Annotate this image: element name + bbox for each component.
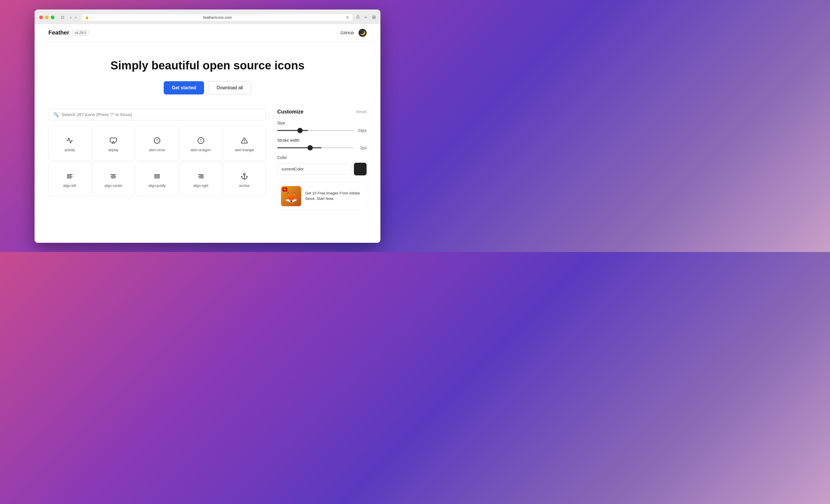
color-control: Color xyxy=(277,155,366,175)
activity-icon xyxy=(66,137,73,144)
maximize-button[interactable] xyxy=(51,15,55,19)
site-logo: Feather xyxy=(49,29,69,36)
get-started-button[interactable]: Get started xyxy=(164,81,204,95)
customize-panel: Customize Reset Size 24px Stroke width 2… xyxy=(277,109,366,243)
sidebar-toggle-icon[interactable]: ⊡ xyxy=(60,15,65,20)
adobe-thumbnail: St 🦊 xyxy=(281,186,301,206)
size-control: Size 24px xyxy=(277,121,366,133)
list-item[interactable]: align-left xyxy=(49,162,91,196)
customize-header: Customize Reset xyxy=(277,109,366,115)
search-bar: 🔍 xyxy=(49,109,266,121)
align-center-icon xyxy=(110,173,117,180)
browser-actions: ⎙ ＋ ⊞ xyxy=(356,14,376,21)
list-item[interactable]: align-right xyxy=(180,162,222,196)
header-right: GitHub 🌙 xyxy=(340,29,366,37)
icon-label: alert-circle xyxy=(149,148,165,152)
refresh-icon[interactable]: ↻ xyxy=(346,15,349,20)
list-item[interactable]: alert-circle xyxy=(136,126,179,161)
adobe-text: Get 10 Free Images From Adobe Stock. Sta… xyxy=(305,191,363,201)
adobe-ad[interactable]: St 🦊 Get 10 Free Images From Adobe Stock… xyxy=(277,182,366,210)
list-item[interactable]: align-center xyxy=(92,162,135,196)
size-slider-row: 24px xyxy=(277,128,366,133)
svg-marker-0 xyxy=(112,141,115,143)
adobe-badge: St xyxy=(282,188,287,192)
airplay-icon xyxy=(110,137,117,144)
close-button[interactable] xyxy=(39,15,43,19)
stroke-label: Stroke width xyxy=(277,138,366,142)
align-right-icon xyxy=(197,173,204,180)
forward-arrow[interactable]: › xyxy=(74,14,77,21)
address-bar[interactable]: 🔒 feathericons.com ↻ xyxy=(81,13,353,21)
icon-label: anchor xyxy=(239,184,250,188)
alert-circle-icon xyxy=(154,137,161,144)
icon-label: align-justify xyxy=(149,184,166,188)
icon-label: alert-triangle xyxy=(235,148,254,152)
icon-label: activity xyxy=(64,148,75,152)
list-item[interactable]: alert-triangle xyxy=(223,126,266,161)
grid-icon[interactable]: ⊞ xyxy=(372,14,376,21)
moon-icon: 🌙 xyxy=(360,31,365,35)
version-badge: v4.29.0 xyxy=(72,30,89,36)
hero-section: Simply beautiful open source icons Get s… xyxy=(35,42,380,109)
main-area: 🔍 activity xyxy=(35,109,380,243)
size-value: 24px xyxy=(356,128,366,133)
back-arrow[interactable]: ‹ xyxy=(69,14,73,21)
icon-label: airplay xyxy=(108,148,119,152)
new-tab-icon[interactable]: ＋ xyxy=(363,14,368,21)
list-item[interactable]: alert-octagon xyxy=(180,126,222,161)
share-icon[interactable]: ⎙ xyxy=(356,14,359,21)
icon-grid: activity airplay xyxy=(49,126,266,196)
stroke-value: 2px xyxy=(356,145,366,150)
list-item[interactable]: airplay xyxy=(92,126,135,161)
anchor-icon xyxy=(241,173,248,180)
color-swatch[interactable] xyxy=(354,163,366,175)
hero-title: Simply beautiful open source icons xyxy=(110,59,304,72)
reset-button[interactable]: Reset xyxy=(356,109,366,114)
stroke-slider[interactable] xyxy=(277,147,353,148)
list-item[interactable]: align-justify xyxy=(136,162,179,196)
minimize-button[interactable] xyxy=(45,15,49,19)
download-all-button[interactable]: Download all xyxy=(208,81,251,95)
icon-label: align-right xyxy=(193,184,209,188)
color-row xyxy=(277,163,366,175)
site-header: Feather v4.29.0 GitHub 🌙 xyxy=(35,24,380,42)
theme-toggle-button[interactable]: 🌙 xyxy=(358,29,366,37)
search-icon: 🔍 xyxy=(53,112,59,117)
color-label: Color xyxy=(277,155,366,160)
icon-section: 🔍 activity xyxy=(49,109,277,243)
icon-label: alert-octagon xyxy=(191,148,211,152)
adobe-fox-image: 🦊 xyxy=(285,192,298,204)
url-text: feathericons.com xyxy=(91,15,344,20)
hero-buttons: Get started Download all xyxy=(164,81,251,95)
align-left-icon xyxy=(66,173,73,180)
color-input[interactable] xyxy=(277,164,352,174)
size-slider[interactable] xyxy=(277,130,353,131)
traffic-lights xyxy=(39,15,55,19)
size-label: Size xyxy=(277,121,366,125)
stroke-control: Stroke width 2px xyxy=(277,138,366,150)
alert-triangle-icon xyxy=(241,137,248,144)
customize-title: Customize xyxy=(277,109,304,115)
align-justify-icon xyxy=(154,173,161,180)
icon-label: align-left xyxy=(63,184,76,188)
stroke-slider-row: 2px xyxy=(277,145,366,150)
alert-octagon-icon xyxy=(197,137,204,144)
list-item[interactable]: anchor xyxy=(223,162,266,196)
nav-arrows: ‹ › xyxy=(69,14,78,21)
list-item[interactable]: activity xyxy=(49,126,91,161)
browser-window: ⊡ ‹ › 🔒 feathericons.com ↻ ⎙ ＋ ⊞ Feather… xyxy=(35,9,380,243)
icon-label: align-center xyxy=(104,184,123,188)
browser-chrome: ⊡ ‹ › 🔒 feathericons.com ↻ ⎙ ＋ ⊞ xyxy=(35,9,380,24)
search-input[interactable] xyxy=(62,112,261,117)
github-link[interactable]: GitHub xyxy=(340,30,354,35)
lock-icon: 🔒 xyxy=(85,15,89,19)
page-content: Feather v4.29.0 GitHub 🌙 Simply beautifu… xyxy=(35,24,380,243)
